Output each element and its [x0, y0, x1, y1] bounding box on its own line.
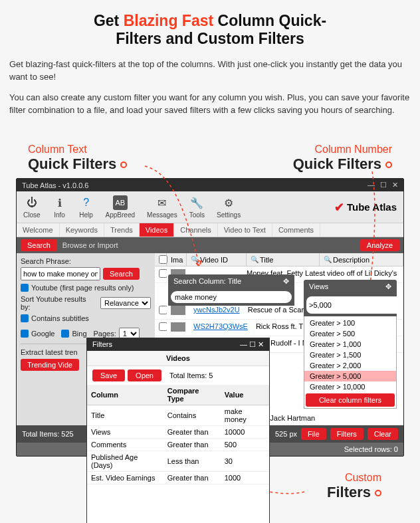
selected-rows: Selected rows: 0	[344, 445, 398, 453]
window-title: Tube Atlas - v1.0.0.6	[22, 181, 88, 189]
col-description[interactable]: 🔍Description	[320, 253, 403, 266]
titlebar: Tube Atlas - v1.0.0.6 — ☐ ✕	[17, 179, 403, 191]
search-icon: 🔍	[324, 256, 332, 263]
clear-button[interactable]: Clear	[368, 428, 398, 440]
table-row[interactable]: Published Age (Days)Less than30	[87, 451, 269, 472]
trending-button[interactable]: Trending Vide	[21, 359, 79, 371]
subtitles-checkbox[interactable]	[21, 314, 29, 322]
filters-table: ColumnCompare TypeValue TitleContainsmak…	[87, 385, 269, 484]
open-button[interactable]: Open	[128, 369, 161, 381]
dropdown-option[interactable]: Greater > 100	[304, 318, 396, 328]
filters-dialog: Filters — ☐ ✕ Videos Save Open Total Ite…	[86, 338, 270, 523]
dropdown-option[interactable]: Greater > 10,000	[304, 381, 396, 392]
table-row[interactable]: CommentsGreater than500	[87, 439, 269, 451]
tab-keywords[interactable]: Keywords	[60, 223, 104, 237]
px-indicator: 525 px	[275, 430, 297, 438]
maximize-icon[interactable]: ☐	[249, 340, 256, 348]
col-videoid[interactable]: 🔍Video ID	[187, 253, 247, 266]
help-button[interactable]: ?Help	[79, 195, 94, 219]
intro-paragraph-2: You can also create any custom filter yo…	[0, 88, 420, 121]
main-toolbar: ⏻Close ℹInfo ?Help ABAppBreed ✉Messages …	[17, 191, 403, 223]
analyze-button[interactable]: Analyze	[360, 239, 399, 251]
gear-icon: ⚙	[221, 195, 236, 210]
minimize-icon[interactable]: —	[368, 181, 375, 189]
tab-comments[interactable]: Comments	[272, 223, 320, 237]
search-button[interactable]: Search	[103, 268, 140, 280]
messages-icon: ✉	[155, 195, 169, 210]
page-headline: Get Blazing Fast Column Quick- Filters a…	[0, 0, 420, 54]
info-button[interactable]: ℹInfo	[52, 195, 67, 219]
close-icon[interactable]: ✕	[392, 181, 398, 189]
maximize-icon[interactable]: ☐	[380, 181, 387, 189]
move-icon[interactable]: ✥	[385, 282, 391, 291]
tab-videos[interactable]: Videos	[140, 223, 174, 237]
dropdown-option[interactable]: Greater > 1,500	[304, 350, 396, 360]
help-icon: ?	[79, 195, 94, 210]
appbreed-button[interactable]: ABAppBreed	[106, 195, 135, 219]
move-icon[interactable]: ✥	[283, 277, 289, 286]
dropdown-option[interactable]: Greater > 500	[304, 328, 396, 339]
file-button[interactable]: File	[301, 428, 326, 440]
filters-button[interactable]: Filters	[330, 428, 364, 440]
brand: ✔Tube Atlas	[334, 200, 397, 215]
search-column-popup: Search Column: Title✥	[168, 274, 294, 306]
callout-dot-icon	[375, 490, 381, 496]
close-icon[interactable]: ✕	[258, 340, 264, 348]
thumb-icon	[171, 306, 185, 315]
settings-button[interactable]: ⚙Settings	[217, 195, 241, 219]
power-icon: ⏻	[25, 195, 39, 210]
save-button[interactable]: Save	[92, 369, 125, 381]
callout-column-text: Column Text Quick Filters	[28, 144, 127, 173]
table-row[interactable]: TitleContainsmake money	[87, 405, 269, 426]
table-row[interactable]: Est. Video EarningsGreater than1000	[87, 472, 269, 484]
close-button[interactable]: ⏻Close	[23, 195, 41, 219]
dropdown-option[interactable]: Greater > 1,000	[304, 339, 396, 350]
minimize-icon[interactable]: —	[240, 340, 247, 348]
dropdown-option-selected[interactable]: Greater > 5,000	[304, 371, 396, 381]
info-icon: ℹ	[52, 195, 67, 210]
col-title[interactable]: 🔍Title	[247, 253, 320, 266]
dialog-title: Filters	[92, 340, 112, 349]
google-checkbox[interactable]	[21, 330, 29, 338]
total-items: Total Items: 5	[169, 371, 213, 379]
search-mode-button[interactable]: Search	[21, 239, 57, 251]
search-icon: 🔍	[251, 256, 259, 263]
messages-button[interactable]: ✉Messages	[147, 195, 177, 219]
search-icon: 🔍	[191, 256, 199, 263]
tools-icon: 🔧	[189, 195, 204, 210]
subbar: Search Browse or Import Analyze	[17, 237, 403, 253]
appbreed-icon: AB	[113, 195, 128, 210]
youtube-fp-checkbox[interactable]	[21, 284, 29, 292]
phrase-input[interactable]	[21, 267, 100, 280]
thumb-icon	[171, 322, 185, 332]
table-row[interactable]: ViewsGreater than10000	[87, 426, 269, 439]
browse-mode-button[interactable]: Browse or Import	[62, 241, 118, 249]
callout-custom-filters: Custom Filters	[327, 472, 381, 501]
dropdown-option[interactable]: Greater > 2,000	[304, 360, 396, 371]
intro-paragraph-1: Get blazing-fast quick-filters at the to…	[0, 54, 420, 88]
views-filter-popup: Views✥ ✓ Apply	[304, 280, 397, 316]
brand-logo-icon: ✔	[334, 200, 344, 215]
callout-dot-icon	[120, 161, 127, 168]
search-column-input[interactable]	[171, 291, 292, 303]
callout-column-number: Column Number Quick Filters	[293, 144, 392, 173]
tab-trends[interactable]: Trends	[104, 223, 140, 237]
dialog-subtitle: Videos	[87, 351, 269, 366]
sort-select[interactable]: Relavance	[100, 297, 151, 309]
tab-welcome[interactable]: Welcome	[17, 223, 60, 237]
views-input[interactable]	[306, 296, 403, 314]
tools-button[interactable]: 🔧Tools	[189, 195, 205, 219]
col-image[interactable]: Ima	[167, 253, 187, 266]
callout-dot-icon	[385, 161, 392, 168]
tabbar: Welcome Keywords Trends Videos Channels …	[17, 223, 403, 237]
tab-channels[interactable]: Channels	[174, 223, 217, 237]
phrase-label: Search Phrase:	[21, 257, 151, 265]
clear-filters-button[interactable]: Clear column filters	[306, 393, 395, 407]
bing-checkbox[interactable]	[61, 330, 69, 338]
views-dropdown: Greater > 10 Greater > 100 Greater > 500…	[304, 306, 397, 409]
total-items: Total Items: 525	[22, 430, 74, 438]
tab-videototext[interactable]: Video to Text	[218, 223, 272, 237]
